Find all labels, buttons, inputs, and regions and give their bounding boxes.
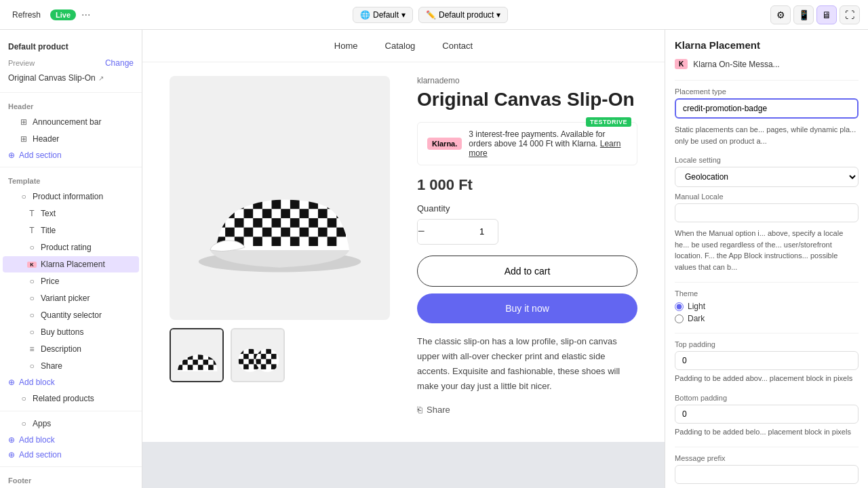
svg-rect-13 [300,209,309,218]
quantity-input[interactable] [425,226,498,237]
sidebar-item-buy-buttons[interactable]: ○ Buy buttons [3,324,139,340]
preview-product-row: Original Canvas Slip-On ↗ [0,72,142,88]
customize-icon-button[interactable]: ⚙ [770,5,791,24]
desc-icon: ≡ [27,344,37,354]
add-block-2[interactable]: ⊕ Add block [0,432,142,447]
svg-rect-65 [261,354,267,359]
globe-icon: 🌐 [360,10,370,20]
nav-contact[interactable]: Contact [442,41,473,51]
variant-icon: ○ [27,293,37,303]
theme-light-option[interactable]: Light [675,302,859,311]
sidebar-item-klarna-placement[interactable]: K Klarna Placement [3,256,139,272]
top-padding-input[interactable] [675,351,859,370]
topbar-left: Refresh Live ··· [8,7,90,22]
product-thumb-1[interactable] [170,328,224,382]
add-to-cart-button[interactable]: Add to cart [417,256,637,287]
nav-home[interactable]: Home [334,41,358,51]
sidebar-item-description[interactable]: ≡ Description [3,341,139,357]
quantity-selector-label: Quantity selector [41,310,102,320]
chevron-down-icon2: ▾ [496,10,500,20]
panel-title: Klarna Placement [675,39,859,51]
product-title: Original Canvas Slip-On [417,88,637,111]
svg-rect-11 [262,209,272,218]
theme-dark-radio[interactable] [675,314,684,323]
default-theme-button[interactable]: 🌐 Default ▾ [353,7,413,23]
default-product-button[interactable]: ✏️ Default product ▾ [418,7,508,23]
header-section-label: Header [0,97,142,113]
message-prefix-input[interactable] [675,465,859,484]
product-thumb-2[interactable] [231,328,285,382]
add-section-2[interactable]: ⊕ Add section [0,447,142,462]
svg-rect-47 [188,365,193,370]
svg-rect-26 [281,228,290,237]
default-product-heading: Default product [0,37,142,54]
external-link-icon: ↗ [98,75,104,82]
sidebar-item-quantity-selector[interactable]: ○ Quantity selector [3,307,139,323]
quantity-label: Quantity [417,203,637,214]
grid-icon2: ⊞ [19,134,28,144]
theme-light-radio[interactable] [675,302,684,311]
manual-locale-input[interactable] [675,203,859,222]
svg-rect-10 [243,209,253,218]
svg-rect-32 [253,237,262,246]
sidebar-item-title[interactable]: T Title [3,222,139,239]
circle-icon: ○ [19,192,28,201]
add-section-1[interactable]: ⊕ Add section [0,148,142,163]
bottom-padding-input[interactable] [675,405,859,424]
theme-dark-option[interactable]: Dark [675,314,859,323]
top-padding-label: Top padding [675,340,859,348]
sidebar-item-product-information[interactable]: ○ Product information [3,188,139,205]
svg-rect-55 [243,354,249,359]
more-options-icon[interactable]: ··· [81,9,90,21]
quantity-control: − + [417,219,498,245]
bottom-padding-section: Bottom padding Padding to be added belo.… [675,394,859,438]
svg-rect-6 [290,200,300,209]
sidebar-item-variant-picker[interactable]: ○ Variant picker [3,290,139,306]
divider3 [0,411,142,411]
svg-rect-17 [235,218,244,228]
bottom-padding-label: Bottom padding [675,394,859,402]
change-link[interactable]: Change [105,58,134,68]
svg-rect-28 [318,228,328,237]
sidebar-item-price[interactable]: ○ Price [3,273,139,289]
locale-select[interactable]: Geolocation [675,167,859,187]
star-icon: ○ [27,243,37,252]
plus-icon4: ⊕ [8,450,15,460]
nav-catalog[interactable]: Catalog [385,41,416,51]
add-block-1[interactable]: ⊕ Add block [0,375,142,390]
buy-now-button[interactable]: Buy it now [417,293,637,323]
sidebar-item-apps[interactable]: ○ Apps [3,415,139,432]
topbar: Refresh Live ··· 🌐 Default ▾ ✏️ Default … [0,0,868,30]
footer-section-label: Footer [0,471,142,487]
sidebar-item-header[interactable]: ⊞ Header [3,131,139,147]
share-label[interactable]: Share [427,405,450,415]
description-label: Description [41,344,81,354]
add-block-label-2: Add block [19,435,55,445]
product-information-label: Product information [33,192,103,201]
svg-rect-23 [225,228,235,237]
add-section-label-2: Add section [19,450,62,460]
quantity-decrease-button[interactable]: − [418,220,425,244]
share-label: Share [41,361,62,371]
sidebar-item-text[interactable]: T Text [3,205,139,222]
apps-label: Apps [33,419,51,428]
variant-picker-label: Variant picker [41,293,90,303]
store-nav: Home Catalog Contact [142,30,665,62]
sidebar-item-product-rating[interactable]: ○ Product rating [3,239,139,256]
preview-label: Preview [8,59,35,67]
svg-rect-21 [309,218,318,228]
sidebar-item-announcement-bar[interactable]: ⊞ Announcement bar [3,114,139,130]
panel-divider3 [675,333,859,333]
klarna-logo: Klarna. [427,138,462,150]
sidebar-item-share[interactable]: ○ Share [3,358,139,374]
placement-type-input[interactable] [675,98,859,119]
mobile-icon-button[interactable]: 📱 [793,5,814,24]
product-page: klarnademo Original Canvas Slip-On Klarn… [142,62,665,442]
desktop-icon-button[interactable]: 🖥 [816,5,837,24]
refresh-button[interactable]: Refresh [8,7,45,22]
chevron-down-icon: ▾ [401,10,406,20]
sidebar-item-related-products[interactable]: ○ Related products [3,390,139,407]
fullscreen-icon-button[interactable]: ⛶ [840,5,860,24]
buy-buttons-label: Buy buttons [41,327,83,337]
klarna-banner: Klarna. 3 interest-free payments. Availa… [417,122,637,165]
